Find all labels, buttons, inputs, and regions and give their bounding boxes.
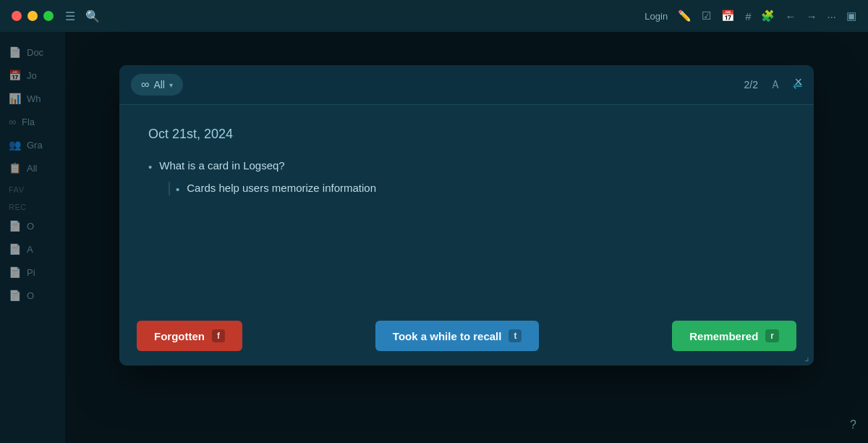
traffic-lights — [12, 11, 54, 21]
card-content: • What is a card in Logseq? • Cards help… — [148, 159, 785, 195]
filter-pill[interactable]: ∞ All ▾ — [131, 74, 183, 96]
remembered-button[interactable]: Remembered r — [672, 321, 796, 351]
remembered-label: Remembered — [689, 330, 758, 342]
card-question-text: What is a card in Logseq? — [159, 159, 284, 172]
infinity-icon: ∞ — [141, 78, 149, 91]
recall-label: Took a while to recall — [393, 330, 502, 342]
login-link[interactable]: Login — [644, 11, 668, 22]
close-button[interactable] — [12, 11, 22, 21]
check-icon[interactable]: ☑ — [702, 9, 711, 22]
modal-topbar-right: 2/2 Ａ ⇌ — [744, 77, 802, 93]
resize-handle[interactable]: ⌟ — [804, 351, 809, 363]
card-question-item: • What is a card in Logseq? — [148, 159, 785, 173]
back-icon[interactable]: ← — [785, 10, 796, 22]
flashcard-modal: × ∞ All ▾ 2/2 Ａ ⇌ Oct 21st, 2024 • What … — [119, 65, 814, 366]
forgotten-key: f — [212, 329, 225, 342]
menu-icon[interactable]: ☰ — [65, 9, 75, 23]
chevron-down-icon: ▾ — [169, 81, 173, 89]
more-icon[interactable]: ··· — [827, 10, 836, 22]
recall-button[interactable]: Took a while to recall t — [375, 321, 540, 351]
modal-topbar: ∞ All ▾ 2/2 Ａ ⇌ — [119, 65, 814, 105]
search-icon[interactable]: 🔍 — [85, 9, 100, 23]
close-modal-button[interactable]: × — [794, 75, 802, 88]
card-date: Oct 21st, 2024 — [148, 127, 785, 142]
card-answer-item: • Cards help users memorize information — [169, 182, 785, 195]
calendar-icon[interactable]: 📅 — [721, 9, 735, 22]
sidebar-toggle-icon[interactable]: ▣ — [846, 9, 856, 22]
puzzle-icon[interactable]: 🧩 — [761, 9, 775, 22]
titlebar-right: Login ✏️ ☑ 📅 # 🧩 ← → ··· ▣ — [644, 9, 856, 22]
remembered-key: r — [765, 329, 779, 342]
help-icon[interactable]: ? — [850, 418, 856, 431]
bullet-icon: • — [148, 161, 152, 173]
hash-icon[interactable]: # — [745, 10, 751, 22]
forward-icon[interactable]: → — [806, 10, 817, 22]
page-counter: 2/2 — [744, 79, 758, 90]
titlebar-left-icons: ☰ 🔍 — [65, 9, 100, 23]
titlebar: ☰ 🔍 Login ✏️ ☑ 📅 # 🧩 ← → ··· ▣ — [0, 0, 868, 32]
minimize-button[interactable] — [27, 11, 38, 21]
filter-label: All — [153, 79, 165, 90]
maximize-button[interactable] — [43, 11, 54, 21]
card-answer-text: Cards help users memorize information — [187, 182, 376, 194]
modal-footer: Forgotten f Took a while to recall t Rem… — [119, 306, 814, 366]
forgotten-button[interactable]: Forgotten f — [137, 321, 242, 351]
bullet-icon: • — [176, 183, 179, 195]
forgotten-label: Forgotten — [154, 330, 205, 342]
font-size-icon[interactable]: Ａ — [770, 77, 781, 93]
recall-key: t — [509, 329, 522, 342]
modal-container: × ∞ All ▾ 2/2 Ａ ⇌ Oct 21st, 2024 • What … — [65, 51, 868, 443]
edit-icon[interactable]: ✏️ — [678, 9, 692, 22]
